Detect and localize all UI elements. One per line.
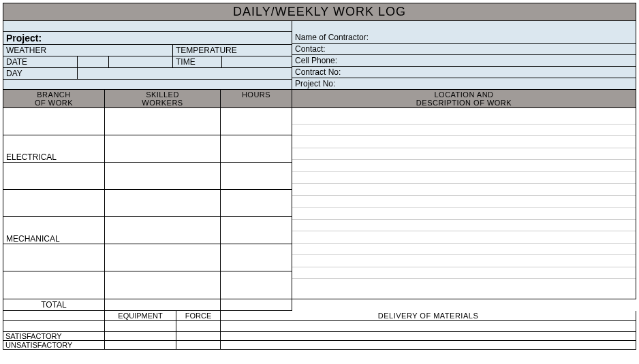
branch-cell[interactable] — [3, 271, 104, 299]
force-header: FORCE — [176, 311, 221, 321]
date-value-2[interactable] — [109, 56, 173, 68]
skilled-cell[interactable] — [105, 135, 220, 163]
satisfactory-label: SATISFACTORY — [3, 332, 105, 341]
force-cell[interactable] — [176, 321, 221, 332]
description-area[interactable] — [292, 108, 636, 299]
total-hours[interactable] — [221, 299, 292, 311]
project-label: Project: — [3, 32, 292, 45]
unsatisfactory-force[interactable] — [176, 341, 221, 350]
total-spacer — [292, 299, 636, 311]
skilled-cell[interactable] — [105, 244, 220, 271]
col-skilled — [105, 108, 221, 299]
header-hours: HOURS — [221, 90, 292, 108]
branch-cell[interactable] — [3, 108, 104, 135]
hours-cell[interactable] — [221, 244, 292, 271]
skilled-cell[interactable] — [105, 217, 220, 244]
hours-cell[interactable] — [221, 190, 292, 217]
delivery-cell[interactable] — [221, 321, 636, 332]
branch-cell[interactable]: ELECTRICAL — [3, 135, 104, 163]
header-location-1: LOCATION AND — [292, 90, 636, 99]
contact-label: Contact: — [292, 44, 636, 55]
weather-label: WEATHER — [3, 45, 173, 56]
col-hours — [221, 108, 292, 299]
col-branch: ELECTRICAL MECHANICAL — [3, 108, 105, 299]
hours-cell[interactable] — [221, 271, 292, 299]
eq-spacer2 — [3, 321, 105, 332]
equipment-cell[interactable] — [105, 321, 176, 332]
skilled-cell[interactable] — [105, 271, 220, 299]
cell-phone-label: Cell Phone: — [292, 55, 636, 67]
hours-cell[interactable] — [221, 135, 292, 163]
header-skilled-2: WORKERS — [105, 99, 220, 107]
header-branch-1: BRANCH — [3, 90, 104, 99]
header-location: LOCATION AND DESCRIPTION OF WORK — [292, 90, 636, 108]
unsatisfactory-label: UNSATISFACTORY — [3, 341, 105, 350]
total-label: TOTAL — [3, 299, 105, 311]
project-no-label: Project No: — [292, 78, 636, 90]
spacer — [3, 80, 292, 90]
eq-spacer — [3, 311, 105, 321]
header-location-2: DESCRIPTION OF WORK — [292, 99, 636, 107]
title-text: DAILY/WEEKLY WORK LOG — [233, 5, 406, 18]
unsatisfactory-equipment[interactable] — [105, 341, 176, 350]
skilled-cell[interactable] — [105, 190, 220, 217]
header-branch-2: OF WORK — [3, 99, 104, 107]
branch-cell[interactable]: MECHANICAL — [3, 217, 104, 244]
time-label: TIME — [173, 56, 222, 68]
page-title: DAILY/WEEKLY WORK LOG — [3, 3, 636, 21]
date-label: DATE — [3, 56, 78, 68]
branch-cell[interactable] — [3, 190, 104, 217]
satisfactory-force[interactable] — [176, 332, 221, 341]
hours-cell[interactable] — [221, 217, 292, 244]
temperature-label: TEMPERATURE — [173, 45, 292, 56]
time-value[interactable] — [222, 56, 292, 68]
header-branch: BRANCH OF WORK — [3, 90, 105, 108]
spacer — [3, 21, 292, 32]
date-value[interactable] — [78, 56, 109, 68]
unsatisfactory-delivery[interactable] — [221, 341, 636, 350]
skilled-cell[interactable] — [105, 108, 220, 135]
hours-cell[interactable] — [221, 108, 292, 135]
branch-cell[interactable] — [3, 244, 104, 271]
contract-no-label: Contract No: — [292, 67, 636, 78]
header-skilled-1: SKILLED — [105, 90, 220, 99]
header-hours-text: HOURS — [242, 90, 270, 99]
satisfactory-equipment[interactable] — [105, 332, 176, 341]
header-skilled: SKILLED WORKERS — [105, 90, 221, 108]
equipment-header: EQUIPMENT — [105, 311, 176, 321]
hours-cell[interactable] — [221, 163, 292, 190]
day-value[interactable] — [78, 68, 292, 80]
branch-cell[interactable] — [3, 163, 104, 190]
delivery-header: DELIVERY OF MATERIALS — [221, 311, 636, 321]
total-skilled[interactable] — [105, 299, 221, 311]
day-label: DAY — [3, 68, 78, 80]
contractor-label: Name of Contractor: — [292, 21, 636, 44]
satisfactory-delivery[interactable] — [221, 332, 636, 341]
skilled-cell[interactable] — [105, 163, 220, 190]
